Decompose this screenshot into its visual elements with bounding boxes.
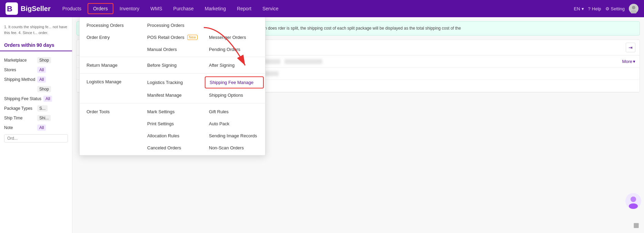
new-badge: New [187,35,198,40]
settings-button[interactable]: ⚙ Setting [605,6,625,11]
filter-shipping-fee-status-label: Shipping Fee Status [4,96,41,101]
logo[interactable]: B BigSeller [6,2,51,15]
svg-text:B: B [7,4,12,13]
dropdown-category-order-entry: Order Entry [80,31,142,43]
filter-shipping-method-label: Shipping Method [4,77,35,82]
dropdown-item-processing-orders[interactable]: Processing Orders [142,19,203,31]
help-button[interactable]: ? Help [588,6,601,11]
filter-ship-time: Ship Time Shi... [0,113,72,123]
filter-ship-time-value[interactable]: Shi... [37,115,51,121]
dropdown-item-shipping-options[interactable]: Shipping Options [203,89,265,101]
blurred-cell [284,59,322,64]
dropdown-category-logistics: Logistics Manage [80,76,142,89]
sidebar-note: 1. It counts the shipping fe... not have… [0,21,72,40]
filter-stores: Stores All [0,65,72,75]
dropdown-item-pos-retail[interactable]: POS Retail Orders New [142,31,203,43]
nav-report[interactable]: Report [232,4,256,13]
search-row [0,133,72,144]
nav-purchase[interactable]: Purchase [169,4,199,13]
filter-shipping-fee-status-value[interactable]: All [43,96,52,102]
orders-dropdown-menu[interactable]: Processing Orders Processing Orders Orde… [79,17,265,156]
filter-shipping-method-value[interactable]: All [37,76,46,83]
svg-point-7 [629,203,638,209]
nav-wms[interactable]: WMS [145,4,167,13]
nav-right-area: EN ▾ ? Help ⚙ Setting [574,4,638,13]
export-button[interactable]: ⇥ [626,43,635,52]
filter-shipping-method-2-value[interactable]: Shop [37,86,51,92]
filter-package-types-label: Package Types [4,106,35,111]
user-avatar[interactable] [629,4,638,13]
dropdown-item-after-signing[interactable]: After Signing [203,59,265,71]
chat-avatar[interactable] [625,193,641,209]
nav-orders[interactable]: Orders [88,3,113,14]
dropdown-category-return: Return Manage [80,59,142,71]
main-container: 1. It counts the shipping fe... not have… [0,17,644,233]
filter-marketplace-value[interactable]: Shop [37,57,51,63]
filter-note-label: Note [4,125,35,130]
filter-marketplace-label: Marketplace [4,58,35,63]
svg-point-3 [632,6,635,9]
filter-package-types-value[interactable]: S... [37,105,48,112]
dropdown-item-canceled-orders[interactable]: Canceled Orders [142,142,203,154]
filter-shipping-fee-status: Shipping Fee Status All [0,94,72,104]
sidebar-section-title: Orders within 90 days [0,40,72,51]
filter-note: Note All [0,123,72,133]
language-selector[interactable]: EN ▾ [574,6,584,11]
dropdown-item-manifest-manage[interactable]: Manifest Manage [142,89,203,101]
filter-shipping-method-2: Shop [0,84,72,94]
nav-service[interactable]: Service [258,4,283,13]
svg-point-6 [631,197,636,202]
dropdown-category-processing: Processing Orders [80,19,142,31]
dropdown-item-shipping-fee-manage[interactable]: Shipping Fee Manage [205,76,264,88]
logo-text: BigSeller [21,5,51,13]
dropdown-item-messenger-orders[interactable]: Messenger Orders [203,31,265,43]
filter-package-types: Package Types S... [0,104,72,113]
dropdown-item-gift-rules[interactable]: Gift Rules [203,106,265,118]
scan-icon[interactable]: ▦ [633,221,639,229]
more-button[interactable]: More ▾ [622,59,635,64]
dropdown-item-non-scan-orders[interactable]: Non-Scan Orders [203,142,265,154]
dropdown-item-mark-settings[interactable]: Mark Settings [142,106,203,118]
filter-stores-label: Stores [4,67,35,72]
dropdown-item-allocation-rules[interactable]: Allocation Rules [142,130,203,142]
filter-marketplace: Marketplace Shop [0,55,72,65]
nav-products[interactable]: Products [58,4,86,13]
dropdown-item-auto-pack[interactable]: Auto Pack [203,118,265,130]
nav-marketing[interactable]: Marketing [200,4,231,13]
filter-shipping-method: Shipping Method All [0,75,72,84]
search-input[interactable] [4,134,68,142]
filter-note-value[interactable]: All [37,125,46,131]
filter-ship-time-label: Ship Time [4,116,35,120]
dropdown-category-order-tools: Order Tools [80,106,142,118]
sidebar: 1. It counts the shipping fe... not have… [0,17,72,233]
nav-inventory[interactable]: Inventory [115,4,144,13]
dropdown-item-pending-orders[interactable]: Pending Orders [203,43,265,55]
filter-stores-value[interactable]: All [37,67,46,73]
dropdown-item-logistics-tracking[interactable]: Logistics Tracking [142,76,203,89]
dropdown-item-sending-image-records[interactable]: Sending Image Records [203,130,265,142]
dropdown-item-print-settings[interactable]: Print Settings [142,118,203,130]
dropdown-item-manual-orders[interactable]: Manual Orders [142,43,203,55]
dropdown-item-before-signing[interactable]: Before Signing [142,59,203,71]
top-navigation: B BigSeller Products Orders Inventory WM… [0,0,644,17]
